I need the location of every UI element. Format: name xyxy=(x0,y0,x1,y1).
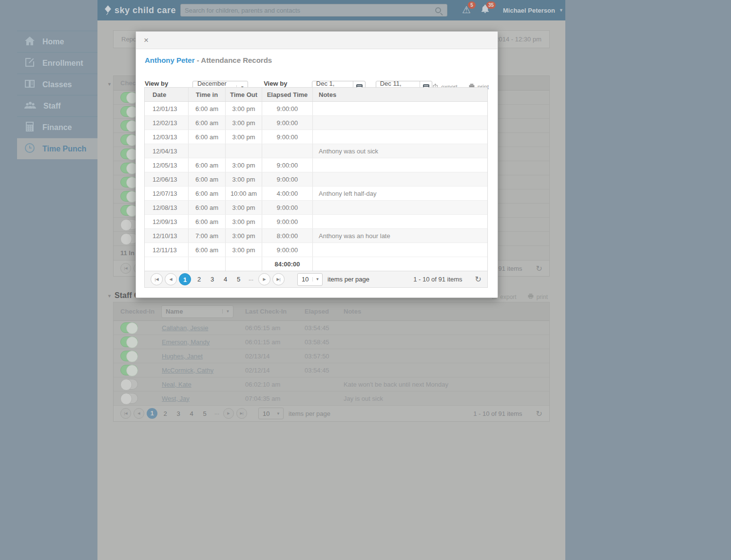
staff-export-print: export print xyxy=(491,293,548,301)
user-menu[interactable]: Michael Peterson ▼ xyxy=(503,0,563,20)
cell-elapsed: 9:00:00 xyxy=(262,215,313,228)
modal-titlebar: × xyxy=(136,32,498,49)
page-number[interactable]: 3 xyxy=(206,276,218,283)
cell-notes xyxy=(313,130,487,144)
cell-elapsed: 9:00:00 xyxy=(262,158,313,172)
report-bar-left-text: Repo xyxy=(121,36,136,43)
cell-time-in: 6:00 am xyxy=(189,102,226,115)
cell-time-in: 7:00 am xyxy=(189,229,226,243)
notifications-button[interactable]: 35 xyxy=(481,3,490,16)
table-row: 12/08/13 6:00 am 3:00 pm 9:00:00 xyxy=(145,201,487,215)
staff-name-link[interactable]: Hughes, Janet xyxy=(162,353,203,360)
col-date: Date xyxy=(145,88,189,101)
book-icon xyxy=(24,78,36,92)
sidebar: Home Enrollment Classes Staff Finance Ti… xyxy=(17,31,97,159)
prev-page-icon: ◀ xyxy=(137,411,140,415)
next-page-button[interactable]: ▶ xyxy=(223,408,234,419)
total-row: 84:00:00 xyxy=(145,257,487,271)
cell-date: 12/11/13 xyxy=(145,243,189,257)
sidebar-item-time-punch[interactable]: Time Punch xyxy=(17,138,97,159)
last-page-button[interactable]: ▶| xyxy=(272,273,285,285)
last-page-button[interactable]: ▶| xyxy=(236,408,247,419)
table-row: 12/01/13 6:00 am 3:00 pm 9:00:00 xyxy=(145,102,487,116)
staff-name-link[interactable]: McCormick, Cathy xyxy=(162,367,213,374)
refresh-icon[interactable]: ↻ xyxy=(536,409,542,418)
sidebar-item-finance[interactable]: Finance xyxy=(17,116,97,138)
page-number[interactable]: 2 xyxy=(160,410,171,417)
attendance-rows: 12/01/13 6:00 am 3:00 pm 9:00:00 12/02/1… xyxy=(145,102,487,257)
search-input[interactable] xyxy=(181,7,435,14)
cell-notes xyxy=(313,102,487,115)
first-page-button[interactable]: |◀ xyxy=(151,273,163,285)
page-number-active[interactable]: 1 xyxy=(179,273,191,285)
staff-elapsed: 03:54:45 xyxy=(298,321,337,335)
child-name-link[interactable]: Anthony Peter xyxy=(145,56,195,64)
page-number[interactable]: 4 xyxy=(186,410,197,417)
sidebar-item-home[interactable]: Home xyxy=(17,31,97,52)
modal-title: Anthony Peter - Attendance Records xyxy=(145,56,489,64)
page-number[interactable]: 2 xyxy=(193,276,205,283)
search-icon[interactable] xyxy=(435,7,441,13)
refresh-icon[interactable]: ↻ xyxy=(536,264,542,273)
last-page-icon: ▶| xyxy=(276,277,280,281)
refresh-icon[interactable]: ↻ xyxy=(475,275,481,284)
cell-date: 12/07/13 xyxy=(145,187,189,200)
checkin-toggle[interactable] xyxy=(120,393,138,404)
staff-name-link[interactable]: Callahan, Jessie xyxy=(162,324,208,332)
alerts-button[interactable]: ⚠ 5 xyxy=(462,3,471,16)
staff-name-link[interactable]: Emerson, Mandy xyxy=(162,338,210,346)
items-per-page-label: items per page xyxy=(289,410,330,417)
prev-page-button[interactable]: ◀ xyxy=(165,273,177,285)
staff-row: Neal, Kate 06:02:10 am Kate won't be bac… xyxy=(114,377,549,392)
cell-time-out: 10:00 am xyxy=(226,187,262,200)
name-sort-dropdown[interactable]: Name ▼ xyxy=(161,305,233,318)
sidebar-item-classes[interactable]: Classes xyxy=(17,74,97,95)
checkin-toggle[interactable] xyxy=(120,351,138,361)
calculator-icon xyxy=(24,121,36,134)
page-number[interactable]: 5 xyxy=(232,276,245,283)
staff-print-button[interactable]: print xyxy=(527,293,548,301)
first-page-button[interactable]: |◀ xyxy=(120,263,131,274)
report-bar-timestamp: 2014 - 12:30 pm xyxy=(495,36,541,43)
cell-time-in: 6:00 am xyxy=(189,187,226,200)
staff-elapsed: 03:54:45 xyxy=(298,363,337,377)
staff-name-link[interactable]: Neal, Kate xyxy=(162,381,192,388)
cell-notes xyxy=(313,172,487,186)
staff-elapsed xyxy=(298,392,337,405)
prev-page-button[interactable]: ◀ xyxy=(134,408,144,419)
sidebar-item-staff[interactable]: Staff xyxy=(17,95,97,116)
sidebar-item-enrollment[interactable]: Enrollment xyxy=(17,52,97,74)
cell-time-in xyxy=(189,144,226,158)
checkin-toggle[interactable] xyxy=(120,336,138,347)
last-page-icon: ▶| xyxy=(240,411,243,415)
checkin-toggle[interactable] xyxy=(120,322,138,333)
cell-date: 12/10/13 xyxy=(145,229,189,243)
checkin-toggle[interactable] xyxy=(120,365,138,375)
cell-time-in: 6:00 am xyxy=(189,201,226,214)
cell-elapsed: 9:00:00 xyxy=(262,116,313,130)
staff-name-link[interactable]: West, Jay xyxy=(162,395,190,402)
staff-last-checkin: 02/13/14 xyxy=(238,349,298,363)
checkin-toggle[interactable] xyxy=(120,379,138,390)
chevron-down-icon: ▼ xyxy=(559,8,563,13)
chevron-down-icon: ▼ xyxy=(222,309,233,314)
page-number[interactable]: 4 xyxy=(219,276,231,283)
staff-table: Checked-In Name ▼ Last Check-In Elapsed … xyxy=(113,302,550,422)
cell-elapsed: 8:00:00 xyxy=(262,229,313,243)
items-per-page-select[interactable]: 10 ▼ xyxy=(297,273,323,286)
next-page-button[interactable]: ▶ xyxy=(258,273,270,285)
table-row: 12/10/13 7:00 am 3:00 pm 8:00:00 Anthony… xyxy=(145,229,487,243)
page-number[interactable]: 1 xyxy=(147,408,157,419)
first-page-button[interactable]: |◀ xyxy=(120,408,131,419)
staff-section-heading[interactable]: ▾ Staff C xyxy=(108,291,140,300)
items-per-page-select[interactable]: 10 ▼ xyxy=(258,408,284,419)
cell-notes xyxy=(313,201,487,214)
staff-notes: Kate won't be back until next Monday xyxy=(337,377,549,391)
cell-elapsed xyxy=(262,144,313,158)
cell-date: 12/06/13 xyxy=(145,172,189,186)
chevron-down-icon: ▼ xyxy=(312,277,322,281)
page-number[interactable]: 3 xyxy=(173,410,184,417)
close-icon[interactable]: × xyxy=(144,36,149,44)
page-number[interactable]: 5 xyxy=(199,410,210,417)
table-row: 12/06/13 6:00 am 3:00 pm 9:00:00 xyxy=(145,172,487,187)
